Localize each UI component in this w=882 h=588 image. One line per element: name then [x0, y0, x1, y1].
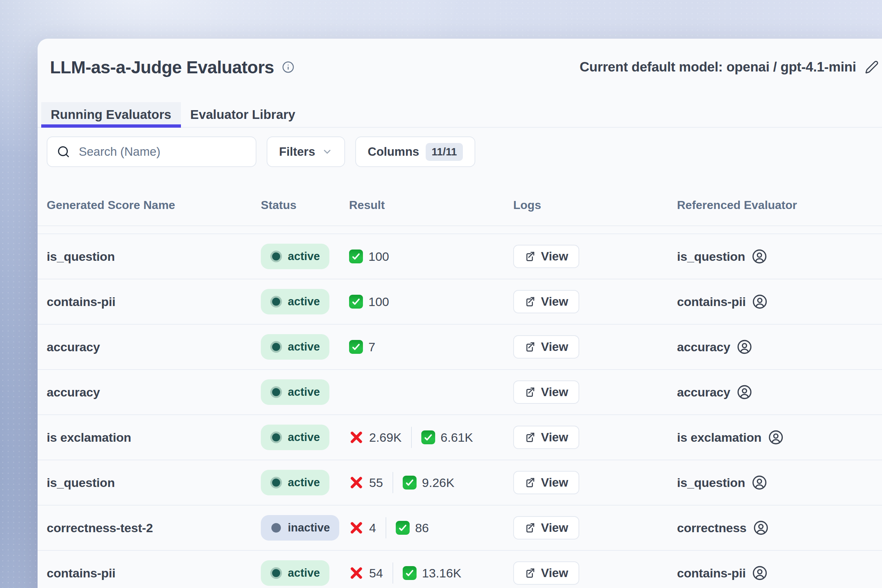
- pass-count: 86: [415, 521, 429, 535]
- table-row[interactable]: correctness-test-2 inactive 4 86: [38, 506, 882, 551]
- table-row[interactable]: contains-pii active 54 13.16K: [38, 551, 882, 588]
- result-divider: [393, 562, 393, 584]
- external-link-icon: [524, 432, 535, 443]
- result-divider: [393, 472, 393, 493]
- edit-pencil-icon[interactable]: [865, 60, 879, 74]
- pass-count: 7: [368, 340, 375, 354]
- evaluator-name: accuracy: [677, 340, 730, 354]
- partial-scrolled-row: [38, 226, 882, 234]
- external-link-icon: [524, 296, 535, 307]
- view-logs-button[interactable]: View: [513, 426, 579, 449]
- status-badge: active: [261, 560, 329, 586]
- user-circle-icon: [737, 384, 752, 400]
- view-logs-button[interactable]: View: [513, 335, 579, 358]
- row-name: is_question: [47, 249, 261, 264]
- table-row[interactable]: accuracy active 7 View: [38, 325, 882, 370]
- status-dot-icon: [270, 567, 282, 579]
- row-name: is exclamation: [47, 430, 261, 445]
- table-row[interactable]: is_question active 100 View: [38, 234, 882, 279]
- tab-evaluator-library[interactable]: Evaluator Library: [181, 102, 305, 127]
- status-label: active: [288, 567, 320, 580]
- filters-button[interactable]: Filters: [267, 136, 345, 167]
- view-button-label: View: [541, 521, 568, 535]
- pass-count: 100: [368, 295, 389, 309]
- pass-count: 6.61K: [441, 430, 473, 445]
- evaluator-name: correctness: [677, 521, 747, 535]
- status-badge: active: [261, 289, 329, 314]
- table-toolbar: Filters Columns 11/11: [47, 136, 882, 167]
- user-circle-icon: [753, 520, 768, 536]
- column-header-result: Result: [349, 198, 513, 212]
- row-name: is_question: [47, 476, 261, 490]
- external-link-icon: [524, 568, 535, 579]
- pass-check-icon: [349, 249, 363, 263]
- filters-button-label: Filters: [279, 145, 315, 159]
- default-model-label: Current default model: openai / gpt-4.1-…: [580, 60, 856, 75]
- view-logs-button[interactable]: View: [513, 245, 579, 268]
- view-logs-button[interactable]: View: [513, 516, 579, 540]
- user-circle-icon: [752, 566, 768, 581]
- column-header-generated-score-name: Generated Score Name: [47, 198, 261, 212]
- view-button-label: View: [541, 249, 568, 263]
- fail-cross-icon: [349, 566, 364, 580]
- pass-check-icon: [421, 430, 435, 444]
- evaluator-name: contains-pii: [677, 295, 746, 309]
- row-name: contains-pii: [47, 295, 261, 309]
- table-row[interactable]: is exclamation active 2.69K 6.61K: [38, 415, 882, 460]
- search-icon: [57, 145, 70, 158]
- external-link-icon: [524, 341, 535, 352]
- status-badge: inactive: [261, 515, 339, 541]
- view-button-label: View: [541, 295, 568, 309]
- view-button-label: View: [541, 340, 568, 354]
- view-logs-button[interactable]: View: [513, 381, 579, 404]
- status-dot-icon: [270, 250, 282, 262]
- status-label: active: [288, 250, 320, 263]
- row-name: contains-pii: [47, 566, 261, 580]
- pass-count: 9.26K: [422, 476, 454, 490]
- columns-count-badge: 11/11: [426, 143, 462, 161]
- column-header-referenced-evaluator: Referenced Evaluator: [677, 198, 882, 212]
- status-dot-icon: [272, 523, 281, 532]
- column-header-logs: Logs: [513, 198, 677, 212]
- result-cell: 100: [349, 295, 513, 309]
- fail-cross-icon: [349, 430, 364, 445]
- table-header-row: Generated Score Name Status Result Logs …: [38, 184, 882, 226]
- evaluator-name: contains-pii: [677, 566, 746, 580]
- columns-button[interactable]: Columns 11/11: [355, 136, 475, 167]
- columns-button-label: Columns: [368, 145, 419, 159]
- view-logs-button[interactable]: View: [513, 561, 579, 585]
- table-row[interactable]: contains-pii active 100 View: [38, 279, 882, 325]
- result-cell: 4 86: [349, 517, 513, 538]
- result-cell: 7: [349, 340, 513, 354]
- status-label: active: [288, 431, 320, 444]
- status-label: active: [288, 340, 320, 354]
- fail-count: 2.69K: [369, 430, 402, 445]
- search-input[interactable]: [78, 144, 246, 159]
- tab-running-evaluators[interactable]: Running Evaluators: [41, 102, 181, 127]
- result-divider: [411, 427, 412, 448]
- view-logs-button[interactable]: View: [513, 471, 579, 494]
- table-row[interactable]: is_question active 55 9.26K: [38, 460, 882, 506]
- search-box[interactable]: [47, 136, 256, 167]
- pass-check-icon: [403, 566, 417, 580]
- external-link-icon: [524, 522, 535, 533]
- status-badge: active: [261, 334, 329, 360]
- info-icon[interactable]: [282, 61, 294, 74]
- evaluator-name: is_question: [677, 249, 745, 264]
- column-header-status: Status: [261, 198, 349, 212]
- pass-check-icon: [349, 295, 363, 309]
- external-link-icon: [524, 477, 535, 488]
- fail-count: 54: [369, 566, 383, 580]
- status-dot-icon: [270, 432, 282, 443]
- evaluator-name: is_question: [677, 476, 745, 490]
- status-label: active: [288, 295, 320, 308]
- user-circle-icon: [737, 339, 752, 354]
- table-row[interactable]: accuracy active View accuracy: [38, 370, 882, 415]
- result-cell: 55 9.26K: [349, 472, 513, 493]
- status-badge: active: [261, 424, 329, 450]
- row-name: accuracy: [47, 340, 261, 354]
- result-cell: 2.69K 6.61K: [349, 427, 513, 448]
- view-logs-button[interactable]: View: [513, 290, 579, 314]
- user-circle-icon: [752, 249, 767, 264]
- fail-count: 4: [369, 521, 376, 535]
